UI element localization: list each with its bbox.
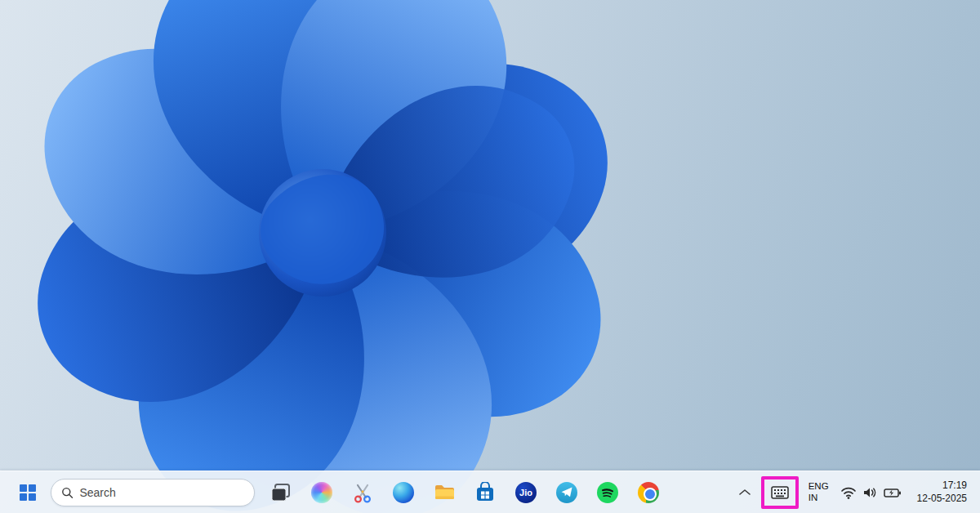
bloom-wallpaper (0, 0, 980, 513)
taskbar: Jio (0, 471, 980, 513)
copilot-icon (311, 482, 332, 503)
chrome-button[interactable] (632, 476, 665, 509)
clock-time: 17:19 (917, 480, 967, 493)
telegram-icon (556, 482, 577, 503)
clock[interactable]: 17:19 12-05-2025 (909, 480, 970, 505)
edge-icon (393, 482, 414, 503)
jio-button[interactable]: Jio (510, 476, 542, 509)
spotify-button[interactable] (591, 476, 624, 509)
search-icon (61, 486, 73, 499)
snipping-tool-icon (352, 482, 373, 503)
system-tray: ENG IN (733, 476, 970, 509)
jio-icon: Jio (515, 482, 537, 503)
volume-icon (862, 485, 878, 500)
language-line2: IN (808, 493, 829, 504)
file-explorer-button[interactable] (428, 476, 461, 509)
task-view-button[interactable] (265, 476, 297, 509)
start-button[interactable] (11, 476, 44, 509)
wifi-icon (840, 485, 857, 500)
highlight-box (761, 476, 799, 509)
language-indicator[interactable]: ENG IN (804, 477, 834, 508)
copilot-button[interactable] (305, 476, 338, 509)
battery-charging-icon (883, 485, 902, 500)
microsoft-store-icon (474, 482, 496, 503)
microsoft-store-button[interactable] (469, 476, 501, 509)
taskbar-app-icons: Jio (265, 476, 665, 509)
windows-logo-icon (19, 484, 37, 502)
jio-icon-label: Jio (519, 488, 532, 497)
chrome-icon (638, 482, 659, 503)
telegram-button[interactable] (550, 476, 583, 509)
clock-date: 12-05-2025 (917, 493, 967, 506)
desktop[interactable]: Jio (0, 0, 980, 513)
taskbar-search[interactable] (51, 479, 255, 506)
chevron-up-icon (739, 488, 751, 496)
spotify-icon (597, 482, 618, 503)
snipping-tool-button[interactable] (346, 476, 379, 509)
edge-button[interactable] (387, 476, 420, 509)
quick-settings-button[interactable] (837, 477, 906, 508)
hidden-icons-button[interactable] (733, 477, 756, 508)
language-line1: ENG (808, 481, 829, 493)
search-input[interactable] (79, 486, 244, 499)
touch-keyboard-icon (771, 486, 789, 499)
touch-keyboard-button[interactable] (768, 481, 792, 504)
file-explorer-icon (434, 481, 456, 503)
task-view-icon (270, 482, 292, 503)
